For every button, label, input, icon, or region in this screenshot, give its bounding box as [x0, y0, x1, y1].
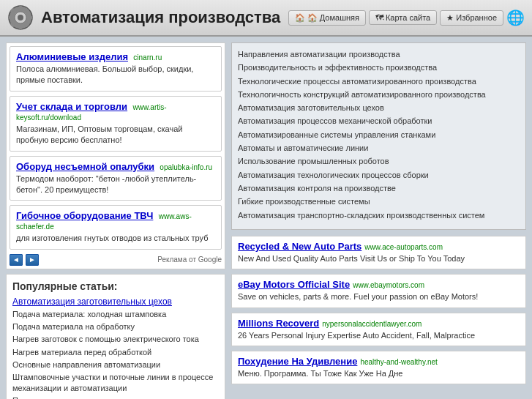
- svg-rect-6: [28, 16, 32, 19]
- right-ad-block-1: Recycled & New Auto Partswww.ace-autopar…: [231, 236, 526, 269]
- ad-block-1: Алюминиевые изделия cinarn.ru Полоса алю…: [10, 46, 222, 92]
- ad-2-header: Учет склада и торговли www.artis-keysoft…: [16, 101, 215, 122]
- main-content: Алюминиевые изделия cinarn.ru Полоса алю…: [0, 37, 532, 399]
- popular-title: Популярные статьи:: [12, 280, 219, 292]
- favorites-label: Избранное: [456, 13, 497, 22]
- ad-1-title[interactable]: Алюминиевые изделия: [16, 51, 128, 62]
- right-ad-3-text: 26 Years Personal Injury Expertise Auto …: [238, 330, 520, 341]
- popular-featured-link[interactable]: Автоматизация заготовительных цехов: [12, 297, 219, 307]
- right-nav-link[interactable]: Использование промышленных роботов: [238, 156, 520, 166]
- ad-2-text: Магазинам, ИП, Оптовым торговцам, скачай…: [16, 124, 215, 146]
- right-ad-2-domain: www.ebaymotors.com: [353, 281, 424, 289]
- popular-articles-section: Популярные статьи: Автоматизация заготов…: [6, 274, 225, 399]
- popular-list-item[interactable]: Нагрев заготовок с помощью электрическог…: [12, 334, 219, 344]
- sitemap-label: Карта сайта: [386, 13, 430, 22]
- ad-block-3: Оборуд несъемной опалубки opalubka-info.…: [10, 156, 222, 201]
- star-icon: ★: [446, 13, 454, 23]
- popular-list-item[interactable]: Подача материала на обработку: [12, 321, 219, 332]
- right-nav-link[interactable]: Производительность и эффективность произ…: [238, 62, 520, 72]
- right-ad-1-title[interactable]: Recycled & New Auto Parts: [238, 241, 361, 252]
- right-links-section: Направления автоматизации производстваПр…: [231, 42, 526, 230]
- site-title: Автоматизация производства: [41, 8, 281, 27]
- ad-block-4: Гибочное оборудование ТВЧ www.aws-schaef…: [10, 205, 222, 249]
- ad-2-title[interactable]: Учет склада и торговли: [16, 101, 127, 112]
- right-nav-link[interactable]: Технологические процессы автоматизирован…: [238, 76, 520, 86]
- right-ad-1-header: Recycled & New Auto Partswww.ace-autopar…: [238, 241, 520, 252]
- popular-list-item[interactable]: Штамповочные участки и поточные линии в …: [12, 372, 219, 393]
- left-column: Алюминиевые изделия cinarn.ru Полоса алю…: [6, 42, 225, 399]
- home-label: 🏠 Домашняя: [307, 13, 359, 23]
- ads-navigation: ◄ ► Реклама от Google: [10, 254, 222, 266]
- sitemap-button[interactable]: 🗺 Карта сайта: [369, 10, 437, 25]
- right-nav-link[interactable]: Автоматизация процессов механической обр…: [238, 116, 520, 126]
- right-nav-link[interactable]: Автоматизация заготовительных цехов: [238, 102, 520, 113]
- right-nav-link[interactable]: Автоматизированные системы управления ст…: [238, 130, 520, 140]
- popular-list-item[interactable]: Нагрев материала перед обработкой: [12, 347, 219, 357]
- ad-1-text: Полоса алюминиевая. Большой выбор, скидк…: [16, 64, 215, 86]
- svg-rect-3: [19, 6, 22, 10]
- ads-prev-button[interactable]: ◄: [10, 254, 23, 266]
- ad-4-header: Гибочное оборудование ТВЧ www.aws-schaef…: [16, 210, 215, 231]
- svg-rect-5: [9, 16, 13, 19]
- ad-1-domain: cinarn.ru: [133, 53, 162, 61]
- svg-point-2: [18, 15, 23, 20]
- ad-3-text: Термодом наоборот: "бетон -любой утеплит…: [16, 174, 215, 196]
- header-navigation: 🏠 🏠 Домашняя 🗺 Карта сайта ★ Избранное 🌐: [288, 9, 525, 26]
- right-nav-link[interactable]: Автоматизация технологических процессов …: [238, 170, 520, 180]
- right-ad-block-3: Millions Recoverdnypersonalaccidentlawye…: [231, 313, 526, 346]
- right-nav-link[interactable]: Автоматизация транспортно-складских прои…: [238, 210, 520, 220]
- right-ad-4-domain: healthy-and-wealthy.net: [360, 358, 437, 366]
- popular-list-item[interactable]: Основные направления автоматизации: [12, 359, 219, 370]
- site-logo: [7, 4, 34, 31]
- google-ads-label: Реклама от Google: [42, 256, 222, 264]
- popular-list-item[interactable]: Процессы автоматизации и механизации: [12, 395, 219, 399]
- home-button[interactable]: 🏠 🏠 Домашняя: [288, 10, 366, 26]
- ad-3-title[interactable]: Оборуд несъемной опалубки: [16, 161, 154, 172]
- ad-1-header: Алюминиевые изделия cinarn.ru: [16, 51, 215, 62]
- home-icon: 🏠: [295, 13, 305, 23]
- map-icon: 🗺: [375, 13, 383, 22]
- right-ad-3-header: Millions Recoverdnypersonalaccidentlawye…: [238, 318, 520, 329]
- right-ads-container: Recycled & New Auto Partswww.ace-autopar…: [231, 236, 526, 385]
- ad-4-title[interactable]: Гибочное оборудование ТВЧ: [16, 210, 153, 221]
- right-ad-3-title[interactable]: Millions Recoverd: [238, 318, 319, 329]
- right-ad-block-2: eBay Motors Official Sitewww.ebaymotors.…: [231, 274, 526, 307]
- ad-3-header: Оборуд несъемной опалубки opalubka-info.…: [16, 161, 215, 172]
- popular-items-list: Подача материала: холодная штамповкаПода…: [12, 309, 219, 399]
- ads-next-button[interactable]: ►: [26, 254, 39, 266]
- ad-3-domain: opalubka-info.ru: [160, 163, 212, 171]
- right-ad-2-title[interactable]: eBay Motors Official Site: [238, 279, 350, 290]
- right-nav-link[interactable]: Автоматизация контроля на производстве: [238, 183, 520, 193]
- right-ad-4-text: Меню. Программа. Ты Тоже Как Уже На Дне: [238, 368, 520, 379]
- ad-4-text: для изготовления гнутых отводов из сталь…: [16, 233, 215, 244]
- right-ad-4-title[interactable]: Похудение На Удивление: [238, 356, 357, 367]
- right-ad-1-domain: www.ace-autoparts.com: [364, 243, 443, 251]
- right-nav-link[interactable]: Гибкие производственные системы: [238, 196, 520, 206]
- right-ad-2-text: Save on vehicles, parts & more. Fuel you…: [238, 291, 520, 302]
- right-nav-link[interactable]: Направления автоматизации производства: [238, 49, 520, 59]
- right-ad-3-domain: nypersonalaccidentlawyer.com: [322, 320, 422, 328]
- right-ad-4-header: Похудение На Удивлениеhealthy-and-wealth…: [238, 356, 520, 367]
- popular-list-item[interactable]: Подача материала: холодная штамповка: [12, 309, 219, 319]
- right-ad-1-text: New And Used Quality Auto Parts Visit Us…: [238, 253, 520, 264]
- right-ad-block-4: Похудение На Удивлениеhealthy-and-wealth…: [231, 351, 526, 384]
- right-column: Направления автоматизации производстваПр…: [225, 42, 526, 399]
- svg-rect-4: [19, 25, 22, 29]
- favorites-button[interactable]: ★ Избранное: [440, 10, 503, 26]
- left-ads-container: Алюминиевые изделия cinarn.ru Полоса алю…: [6, 42, 225, 269]
- globe-icon: 🌐: [506, 9, 525, 26]
- right-nav-link[interactable]: Автоматы и автоматические линии: [238, 143, 520, 153]
- right-ad-2-header: eBay Motors Official Sitewww.ebaymotors.…: [238, 279, 520, 290]
- ad-block-2: Учет склада и торговли www.artis-keysoft…: [10, 96, 222, 152]
- right-nav-link[interactable]: Технологичность конструкций автоматизиро…: [238, 89, 520, 100]
- header: Автоматизация производства 🏠 🏠 Домашняя …: [0, 0, 532, 37]
